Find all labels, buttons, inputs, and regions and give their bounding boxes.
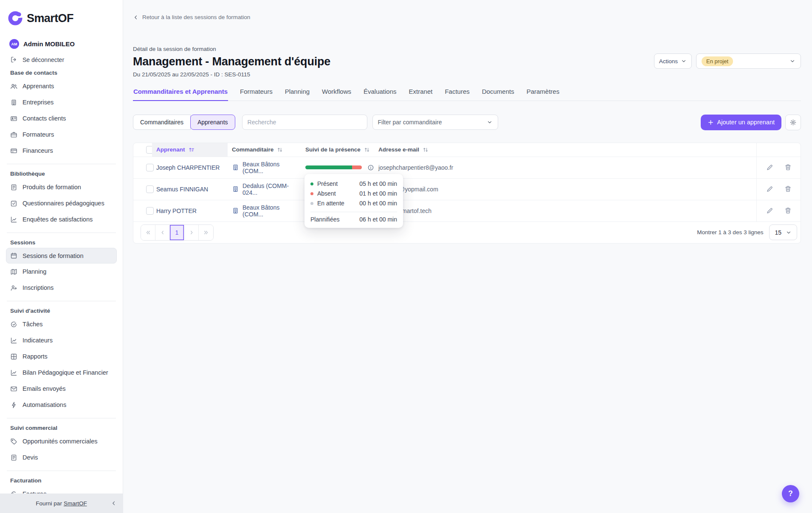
tag-icon	[10, 438, 17, 445]
footer-brand-link[interactable]: SmartOF	[64, 500, 87, 507]
sort-icon	[364, 147, 370, 153]
tab-commanditaires-et-apprenants[interactable]: Commanditaires et Apprenants	[133, 88, 228, 101]
tooltip-dot-1	[310, 192, 313, 195]
sidebar-item-emails-envoyes[interactable]: Emails envoyés	[0, 381, 123, 397]
sidebar-collapse-icon[interactable]	[111, 500, 117, 506]
info-icon[interactable]	[367, 164, 374, 171]
delete-icon[interactable]	[784, 207, 792, 214]
logout-button[interactable]: Se déconnecter	[0, 56, 123, 63]
column-header-presence[interactable]: Suivi de la présence	[301, 143, 374, 157]
tooltip-total-row: Plannifiées 06 h et 00 min	[310, 212, 397, 223]
divider	[7, 233, 116, 233]
app-name: SmartOF	[27, 12, 73, 25]
filter-commanditaire-select[interactable]: Filter par commanditaire	[372, 115, 498, 130]
sidebar-item-produits-de-formation[interactable]: Produits de formation	[0, 179, 123, 195]
commanditaire-link[interactable]: Dedalus (COMM-024...	[228, 179, 301, 200]
toggle-commanditaires[interactable]: Commanditaires	[133, 115, 191, 130]
building-icon	[10, 99, 17, 106]
tab-workflows[interactable]: Workflows	[321, 88, 352, 101]
page-subtitle: Du 21/05/2025 au 22/05/2025 - ID : SES-0…	[133, 71, 801, 78]
sidebar-item-planning[interactable]: Planning	[0, 264, 123, 280]
search-input[interactable]	[242, 115, 367, 130]
tab-evaluations[interactable]: Évaluations	[363, 88, 397, 101]
section-suivi-commercial: Suivi commercial	[0, 425, 123, 431]
sidebar-item-indicateurs[interactable]: Indicateurs	[0, 332, 123, 348]
tooltip-row-absent: Absent 01 h et 00 min	[310, 189, 397, 199]
sidebar-item-enquetes-de-satisfactions[interactable]: Enquêtes de satisfactions	[0, 211, 123, 227]
status-select[interactable]: En projet	[696, 53, 801, 69]
tab-factures[interactable]: Factures	[444, 88, 470, 101]
commanditaire-link[interactable]: Beaux Bâtons (COM...	[228, 200, 301, 221]
commanditaire-link[interactable]: Beaux Bâtons (COM...	[228, 157, 301, 178]
column-header-actions	[756, 143, 801, 157]
chart-icon	[10, 369, 17, 376]
sidebar-item-apprenants[interactable]: Apprenants	[0, 78, 123, 94]
table-settings-button[interactable]	[785, 115, 801, 130]
column-header-email[interactable]: Adresse e-mail	[374, 143, 756, 157]
tab-formateurs[interactable]: Formateurs	[240, 88, 273, 101]
apprenant-name[interactable]: Harry POTTER	[152, 200, 228, 221]
chevron-down-icon	[786, 230, 792, 235]
next-page-button[interactable]	[184, 225, 199, 240]
last-page-button[interactable]	[199, 225, 213, 240]
sidebar-item-factures[interactable]: Factures	[0, 486, 123, 493]
bolt-icon	[10, 401, 17, 409]
toggle-apprenants[interactable]: Apprenants	[190, 115, 235, 130]
credit-card-icon	[10, 147, 17, 154]
sidebar-item-opportunites-commerciales[interactable]: Opportunités commerciales	[0, 433, 123, 449]
chevron-left-icon	[133, 14, 139, 20]
building-icon	[232, 164, 239, 171]
actions-button[interactable]: Actions	[654, 53, 692, 69]
back-link[interactable]: Retour à la liste des sessions de format…	[133, 14, 250, 20]
sidebar-item-entreprises[interactable]: Entreprises	[0, 94, 123, 110]
sidebar-item-automatisations[interactable]: Automatisations	[0, 397, 123, 413]
document-lines-icon	[10, 184, 17, 191]
main-content: Retour à la liste des sessions de format…	[123, 0, 812, 513]
app-logo: SmartOF	[0, 11, 123, 25]
help-button[interactable]: ?	[782, 485, 799, 502]
delete-icon[interactable]	[784, 185, 792, 193]
euro-icon	[10, 491, 17, 494]
section-sessions: Sessions	[0, 239, 123, 246]
sidebar-item-contacts-clients[interactable]: Contacts clients	[0, 110, 123, 126]
avatar: AM	[9, 39, 19, 49]
tooltip-dot-0	[310, 182, 313, 185]
chevron-down-icon	[789, 58, 795, 64]
tab-planning[interactable]: Planning	[285, 88, 310, 101]
tab-extranet[interactable]: Extranet	[409, 88, 433, 101]
table-row: Seamus FINNIGAN Dedalus (COMM-024... @yo…	[133, 178, 801, 200]
tab-parametres[interactable]: Paramètres	[526, 88, 560, 101]
column-header-commanditaire[interactable]: Commanditaire	[228, 143, 301, 157]
sidebar-item-formateurs[interactable]: Formateurs	[0, 126, 123, 143]
first-page-button[interactable]	[141, 225, 155, 240]
edit-icon[interactable]	[766, 207, 773, 214]
chart-icon	[10, 216, 17, 223]
page-number[interactable]: 1	[170, 225, 184, 240]
sidebar-item-financeurs[interactable]: Financeurs	[0, 143, 123, 159]
calendar-icon	[10, 252, 17, 259]
edit-icon[interactable]	[766, 164, 773, 171]
presence-bar-present	[305, 165, 352, 169]
delete-icon[interactable]	[784, 164, 792, 171]
sidebar-item-devis[interactable]: Devis	[0, 449, 123, 465]
prev-page-button[interactable]	[155, 225, 170, 240]
page-size-select[interactable]: 15	[769, 224, 797, 240]
sidebar-item-taches[interactable]: Tâches	[0, 316, 123, 332]
apprenant-name[interactable]: Joseph CHARPENTIER	[152, 157, 228, 178]
sidebar-item-rapports[interactable]: Rapports	[0, 348, 123, 364]
section-facturation: Facturation	[0, 477, 123, 484]
apprenant-name[interactable]: Seamus FINNIGAN	[152, 179, 228, 200]
add-apprenant-button[interactable]: Ajouter un apprenant	[701, 115, 781, 130]
tab-documents[interactable]: Documents	[482, 88, 515, 101]
tooltip-dot-2	[310, 202, 313, 205]
sidebar-item-inscriptions[interactable]: Inscriptions	[0, 280, 123, 296]
status-badge: En projet	[702, 56, 733, 66]
sidebar-item-questionnaires-pedagogiques[interactable]: Questionnaires pédagogiques	[0, 195, 123, 211]
divider	[7, 471, 116, 471]
sidebar-item-sessions-de-formation[interactable]: Sessions de formation	[6, 248, 117, 264]
sidebar-item-bilan-pedagogique-et-financier[interactable]: Bilan Pédagogique et Financier	[0, 364, 123, 381]
edit-icon[interactable]	[766, 185, 773, 193]
table-header-row: Apprenant Commanditaire Suivi de la prés…	[133, 143, 801, 157]
apprenant-email: josephcharpentier8@yaoo.fr	[374, 157, 756, 178]
column-header-apprenant[interactable]: Apprenant	[152, 143, 228, 157]
